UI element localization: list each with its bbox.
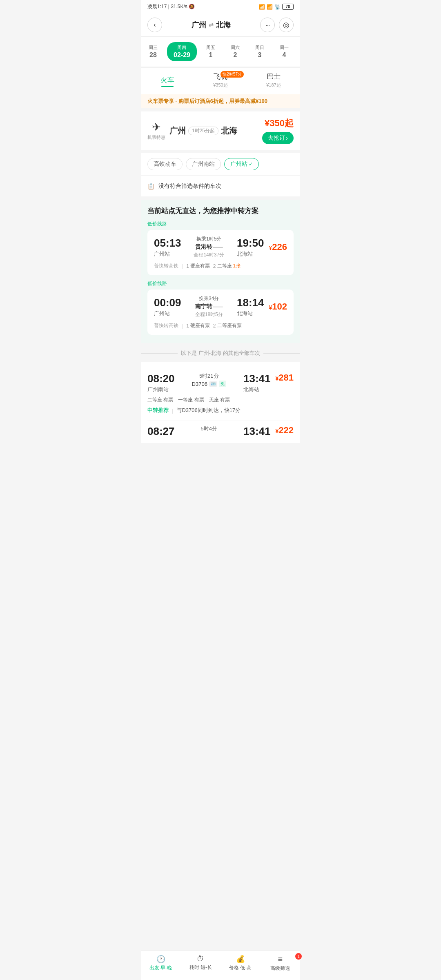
filter-guangzhou[interactable]: 广州站 xyxy=(224,158,259,170)
plane-icon: ✈ 机票特惠 xyxy=(147,121,165,140)
filter-all-trains[interactable]: 高铁动车 xyxy=(147,158,183,170)
route-label-2: 低价线路 xyxy=(147,280,294,287)
status-right: 📶 📶 📡 70 xyxy=(259,4,294,10)
route-title: 广州 ⇄ 北海 xyxy=(192,20,231,30)
transfer-section: 当前站点无直达，为您推荐中转方案 低价线路 05:13 广州站 换乘1时5分 贵… xyxy=(141,200,300,343)
date-tab-mon[interactable]: 周一 4 xyxy=(272,42,296,61)
route-label-1: 低价线路 xyxy=(147,220,294,227)
free-badge: 免 xyxy=(219,381,226,387)
wifi-icon: 📡 xyxy=(274,4,281,10)
station-filter: 高铁动车 广州南站 广州站 xyxy=(141,153,300,175)
no-result-icon: 📋 xyxy=(147,183,154,189)
scan-button[interactable]: ◎ xyxy=(279,18,294,32)
transfer-card-1[interactable]: 05:13 广州站 换乘1时5分 贵港转 —— 全程14时37分 19:50 北… xyxy=(147,230,294,275)
status-bar: 凌晨1:17 | 31.5K/s 🔕 📶 📶 📡 70 xyxy=(141,0,300,13)
flight-promo-card[interactable]: ✈ 机票特惠 广州 1时25分起 北海 ¥350起 去抢订 › xyxy=(141,111,300,150)
transfer-recommend-d3706: 中转推荐 | 与D3706同时到达，快17分 xyxy=(147,403,294,415)
swap-icon[interactable]: ⇄ xyxy=(209,22,214,28)
tab-flight[interactable]: 快2时57分 飞机 ¥350起 xyxy=(194,68,247,94)
all-trains-section: 08:20 广州南站 5时21分 D3706 🪪 免 13:41 北海站 xyxy=(141,362,300,443)
flight-badge: 快2时57分 xyxy=(220,71,244,78)
signal-icon: 📶 xyxy=(259,4,265,10)
transfer-title: 当前站点无直达，为您推荐中转方案 xyxy=(147,206,294,216)
transport-tabs: 火车 快2时57分 飞机 ¥350起 巴士 ¥187起 xyxy=(141,67,300,94)
transfer-card-2[interactable]: 00:09 广州站 换乘34分 南宁转 —— 全程18时5分 18:14 北海站 xyxy=(147,290,294,335)
battery-indicator: 70 xyxy=(282,4,294,10)
date-tab-fri[interactable]: 周五 1 xyxy=(198,42,223,61)
filter-guangzhounan[interactable]: 广州南站 xyxy=(186,158,221,170)
date-tabs: 周三 28 周四 02-29 周五 1 周六 2 周日 3 周一 4 更多 日期… xyxy=(141,37,300,67)
flight-promo-left: ✈ 机票特惠 广州 1时25分起 北海 xyxy=(147,121,237,140)
no-result-text: 没有符合筛选条件的车次 xyxy=(158,183,221,190)
tab-bus[interactable]: 巴士 ¥187起 xyxy=(247,68,300,94)
train-item-d3706[interactable]: 08:20 广州南站 5时21分 D3706 🪪 免 13:41 北海站 xyxy=(147,367,294,421)
more-dates-button[interactable]: 更多 日期 ▼ xyxy=(296,40,300,63)
active-underline xyxy=(161,86,174,87)
date-tab-sat[interactable]: 周六 2 xyxy=(223,42,247,61)
id-badge: 🪪 xyxy=(209,381,217,387)
date-tab-sun[interactable]: 周日 3 xyxy=(247,42,272,61)
header-actions: ··· ◎ xyxy=(260,18,294,32)
camera-icon: ◎ xyxy=(283,20,290,29)
no-result-banner: 📋 没有符合筛选条件的车次 xyxy=(141,176,300,196)
header: ‹ 广州 ⇄ 北海 ··· ◎ xyxy=(141,13,300,37)
grab-flight-button[interactable]: 去抢订 › xyxy=(262,132,294,144)
date-tab-thu[interactable]: 周四 02-29 xyxy=(167,42,197,61)
status-time-speed: 凌晨1:17 | 31.5K/s 🔕 xyxy=(147,3,195,10)
date-tab-wed[interactable]: 周三 28 xyxy=(141,42,165,61)
signal2-icon: 📶 xyxy=(267,4,273,10)
back-button[interactable]: ‹ xyxy=(147,18,162,32)
promo-banner: 火车票专享 · 购票后订酒店6折起，用券最高减¥100 xyxy=(141,94,300,108)
train-item-partial[interactable]: 08:27 5时4分 13:41 ¥222 xyxy=(147,421,294,438)
tab-train[interactable]: 火车 xyxy=(141,71,194,91)
all-trains-divider: 以下是 广州-北海 的其他全部车次 xyxy=(141,343,300,360)
more-button[interactable]: ··· xyxy=(260,18,275,32)
